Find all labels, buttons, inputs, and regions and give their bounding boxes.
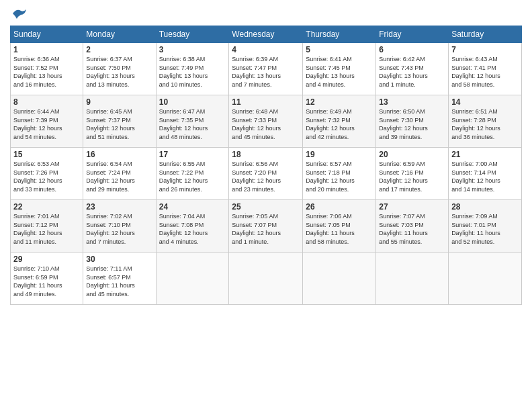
day-number: 6 [379, 45, 445, 54]
day-number: 18 [232, 150, 300, 159]
day-info: Sunrise: 7:00 AM Sunset: 7:14 PM Dayligh… [451, 160, 519, 193]
day-info: Sunrise: 6:39 AM Sunset: 7:47 PM Dayligh… [232, 55, 300, 89]
day-number: 25 [232, 202, 300, 212]
calendar-week-row: 15Sunrise: 6:53 AM Sunset: 7:26 PM Dayli… [11, 148, 522, 200]
weekday-header-wednesday: Wednesday [229, 26, 303, 43]
page-container: SundayMondayTuesdayWednesdayThursdayFrid… [0, 0, 532, 411]
calendar-cell: 29Sunrise: 7:10 AM Sunset: 6:59 PM Dayli… [11, 253, 83, 305]
day-info: Sunrise: 6:36 AM Sunset: 7:52 PM Dayligh… [13, 55, 80, 89]
day-number: 29 [13, 255, 80, 264]
calendar-cell: 20Sunrise: 6:59 AM Sunset: 7:16 PM Dayli… [376, 148, 449, 200]
calendar-cell: 17Sunrise: 6:55 AM Sunset: 7:22 PM Dayli… [156, 148, 229, 200]
calendar-cell: 2Sunrise: 6:37 AM Sunset: 7:50 PM Daylig… [83, 43, 156, 95]
day-info: Sunrise: 6:43 AM Sunset: 7:41 PM Dayligh… [451, 55, 519, 89]
day-number: 16 [86, 150, 152, 159]
day-number: 5 [306, 45, 373, 54]
day-number: 7 [451, 45, 519, 54]
weekday-header-friday: Friday [376, 26, 449, 43]
day-number: 12 [306, 97, 373, 107]
calendar-week-row: 8Sunrise: 6:44 AM Sunset: 7:39 PM Daylig… [11, 95, 522, 148]
weekday-header-saturday: Saturday [449, 26, 522, 43]
calendar-cell: 3Sunrise: 6:38 AM Sunset: 7:49 PM Daylig… [156, 43, 229, 95]
calendar-cell: 5Sunrise: 6:41 AM Sunset: 7:45 PM Daylig… [303, 43, 376, 95]
day-info: Sunrise: 6:59 AM Sunset: 7:16 PM Dayligh… [379, 160, 445, 193]
calendar-cell: 23Sunrise: 7:02 AM Sunset: 7:10 PM Dayli… [83, 200, 156, 253]
calendar-cell: 12Sunrise: 6:49 AM Sunset: 7:32 PM Dayli… [303, 95, 376, 148]
calendar-cell [303, 253, 376, 305]
calendar-cell: 22Sunrise: 7:01 AM Sunset: 7:12 PM Dayli… [11, 200, 83, 253]
day-info: Sunrise: 7:11 AM Sunset: 6:57 PM Dayligh… [86, 265, 152, 298]
day-number: 10 [159, 97, 226, 107]
day-info: Sunrise: 6:53 AM Sunset: 7:26 PM Dayligh… [13, 160, 80, 193]
day-number: 4 [232, 45, 300, 54]
calendar-cell: 16Sunrise: 6:54 AM Sunset: 7:24 PM Dayli… [83, 148, 156, 200]
calendar-cell: 25Sunrise: 7:05 AM Sunset: 7:07 PM Dayli… [229, 200, 303, 253]
day-info: Sunrise: 6:56 AM Sunset: 7:20 PM Dayligh… [232, 160, 300, 193]
day-info: Sunrise: 6:54 AM Sunset: 7:24 PM Dayligh… [86, 160, 152, 193]
day-info: Sunrise: 6:38 AM Sunset: 7:49 PM Dayligh… [159, 55, 226, 89]
calendar-cell: 4Sunrise: 6:39 AM Sunset: 7:47 PM Daylig… [229, 43, 303, 95]
calendar-cell: 14Sunrise: 6:51 AM Sunset: 7:28 PM Dayli… [449, 95, 522, 148]
day-info: Sunrise: 7:05 AM Sunset: 7:07 PM Dayligh… [232, 212, 300, 246]
day-info: Sunrise: 6:50 AM Sunset: 7:30 PM Dayligh… [379, 107, 445, 141]
calendar-header-row: SundayMondayTuesdayWednesdayThursdayFrid… [11, 26, 522, 43]
calendar-cell: 1Sunrise: 6:36 AM Sunset: 7:52 PM Daylig… [11, 43, 83, 95]
calendar-cell [449, 253, 522, 305]
calendar-week-row: 1Sunrise: 6:36 AM Sunset: 7:52 PM Daylig… [11, 43, 522, 95]
weekday-header-thursday: Thursday [303, 26, 376, 43]
day-number: 15 [13, 150, 80, 159]
day-info: Sunrise: 6:45 AM Sunset: 7:37 PM Dayligh… [86, 107, 152, 141]
calendar-cell: 11Sunrise: 6:48 AM Sunset: 7:33 PM Dayli… [229, 95, 303, 148]
day-info: Sunrise: 7:02 AM Sunset: 7:10 PM Dayligh… [86, 212, 152, 246]
header [10, 7, 522, 20]
weekday-header-monday: Monday [83, 26, 156, 43]
day-number: 21 [451, 150, 519, 159]
calendar-cell [156, 253, 229, 305]
day-number: 20 [379, 150, 445, 159]
day-number: 30 [86, 255, 152, 264]
day-number: 13 [379, 97, 445, 107]
logo [10, 7, 28, 20]
day-info: Sunrise: 6:37 AM Sunset: 7:50 PM Dayligh… [86, 55, 152, 89]
day-info: Sunrise: 6:51 AM Sunset: 7:28 PM Dayligh… [451, 107, 519, 141]
day-info: Sunrise: 6:42 AM Sunset: 7:43 PM Dayligh… [379, 55, 445, 89]
calendar-cell: 24Sunrise: 7:04 AM Sunset: 7:08 PM Dayli… [156, 200, 229, 253]
day-info: Sunrise: 7:07 AM Sunset: 7:03 PM Dayligh… [379, 212, 445, 246]
day-info: Sunrise: 6:49 AM Sunset: 7:32 PM Dayligh… [306, 107, 373, 141]
day-info: Sunrise: 6:48 AM Sunset: 7:33 PM Dayligh… [232, 107, 300, 141]
calendar-cell: 19Sunrise: 6:57 AM Sunset: 7:18 PM Dayli… [303, 148, 376, 200]
calendar-cell [376, 253, 449, 305]
day-number: 2 [86, 45, 152, 54]
day-number: 14 [451, 97, 519, 107]
calendar-cell: 27Sunrise: 7:07 AM Sunset: 7:03 PM Dayli… [376, 200, 449, 253]
day-info: Sunrise: 6:44 AM Sunset: 7:39 PM Dayligh… [13, 107, 80, 141]
day-info: Sunrise: 6:55 AM Sunset: 7:22 PM Dayligh… [159, 160, 226, 193]
day-info: Sunrise: 7:04 AM Sunset: 7:08 PM Dayligh… [159, 212, 226, 246]
calendar-cell: 28Sunrise: 7:09 AM Sunset: 7:01 PM Dayli… [449, 200, 522, 253]
day-number: 11 [232, 97, 300, 107]
calendar-cell: 7Sunrise: 6:43 AM Sunset: 7:41 PM Daylig… [449, 43, 522, 95]
weekday-header-tuesday: Tuesday [156, 26, 229, 43]
day-info: Sunrise: 7:10 AM Sunset: 6:59 PM Dayligh… [13, 265, 80, 298]
calendar-cell [229, 253, 303, 305]
calendar-week-row: 29Sunrise: 7:10 AM Sunset: 6:59 PM Dayli… [11, 253, 522, 305]
day-info: Sunrise: 6:57 AM Sunset: 7:18 PM Dayligh… [306, 160, 373, 193]
day-number: 17 [159, 150, 226, 159]
day-number: 9 [86, 97, 152, 107]
day-info: Sunrise: 6:47 AM Sunset: 7:35 PM Dayligh… [159, 107, 226, 141]
day-info: Sunrise: 6:41 AM Sunset: 7:45 PM Dayligh… [306, 55, 373, 89]
calendar-week-row: 22Sunrise: 7:01 AM Sunset: 7:12 PM Dayli… [11, 200, 522, 253]
day-info: Sunrise: 7:09 AM Sunset: 7:01 PM Dayligh… [451, 212, 519, 246]
calendar-cell: 18Sunrise: 6:56 AM Sunset: 7:20 PM Dayli… [229, 148, 303, 200]
day-number: 26 [306, 202, 373, 212]
day-number: 28 [451, 202, 519, 212]
calendar-cell: 15Sunrise: 6:53 AM Sunset: 7:26 PM Dayli… [11, 148, 83, 200]
day-number: 23 [86, 202, 152, 212]
calendar-table: SundayMondayTuesdayWednesdayThursdayFrid… [10, 26, 522, 305]
day-number: 22 [13, 202, 80, 212]
calendar-cell: 13Sunrise: 6:50 AM Sunset: 7:30 PM Dayli… [376, 95, 449, 148]
day-number: 1 [13, 45, 80, 54]
calendar-cell: 30Sunrise: 7:11 AM Sunset: 6:57 PM Dayli… [83, 253, 156, 305]
calendar-cell: 26Sunrise: 7:06 AM Sunset: 7:05 PM Dayli… [303, 200, 376, 253]
day-info: Sunrise: 7:06 AM Sunset: 7:05 PM Dayligh… [306, 212, 373, 246]
